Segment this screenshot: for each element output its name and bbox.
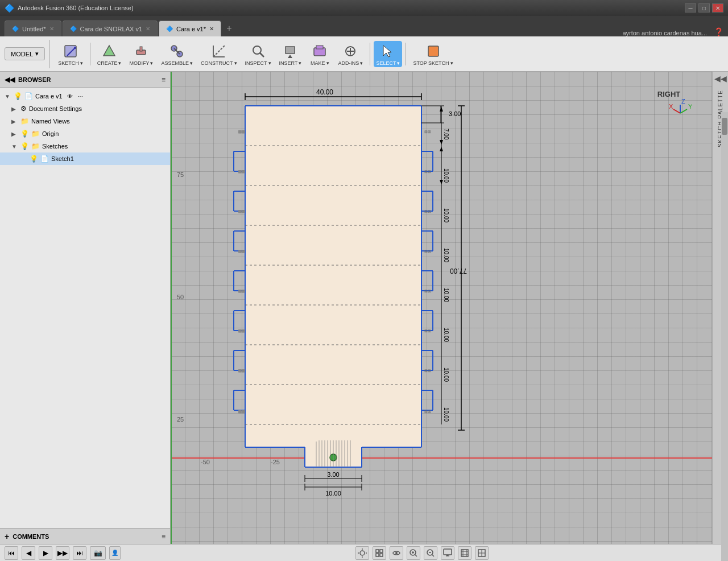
create-tool[interactable]: CREATE▾ — [94, 41, 125, 67]
nav-play-button[interactable]: ▶ — [39, 546, 52, 560]
svg-rect-5 — [140, 47, 142, 51]
svg-line-163 — [673, 109, 680, 113]
svg-text:⊠⊠: ⊠⊠ — [424, 410, 431, 414]
svg-rect-173 — [380, 554, 383, 556]
svg-rect-22 — [428, 46, 439, 56]
scrollbar-thumb[interactable] — [722, 118, 727, 135]
add-ins-tool[interactable]: ADD-INS▾ — [334, 41, 366, 67]
tab-close-untitled[interactable]: ✕ — [49, 26, 54, 32]
modify-label: MODIFY▾ — [129, 60, 153, 66]
svg-marker-3 — [104, 46, 115, 56]
assemble-tool[interactable]: ASSEMBLE▾ — [158, 41, 196, 67]
sidebar-expand-icon[interactable]: ≡ — [162, 76, 166, 84]
palette-collapse-button[interactable]: ◀◀ — [714, 72, 727, 85]
svg-line-181 — [432, 554, 435, 556]
nav-next-button[interactable]: ▶▶ — [56, 546, 69, 560]
svg-text:3.00: 3.00 — [449, 110, 461, 117]
comments-expand-icon[interactable]: ≡ — [162, 533, 166, 541]
svg-marker-117 — [440, 147, 443, 151]
close-button[interactable]: ✕ — [712, 3, 723, 13]
sketch-tool[interactable]: SKETCH▾ — [55, 41, 86, 67]
titlebar: 🔷 Autodesk Fusion 360 (Education License… — [0, 0, 728, 16]
nav-prev-button[interactable]: ◀ — [22, 546, 35, 560]
viewcube-label: RIGHT — [657, 90, 681, 98]
model-button[interactable]: MODEL ▾ — [5, 47, 45, 60]
tab-untitled[interactable]: 🔷 Untitled* ✕ — [5, 20, 61, 36]
zoom-out-button[interactable] — [424, 546, 437, 560]
tree-item-named-views[interactable]: ▶ 📁 Named Views — [0, 115, 170, 127]
toolbar-sep3 — [370, 43, 370, 65]
maximize-button[interactable]: □ — [698, 3, 710, 13]
orbit-button[interactable] — [390, 546, 403, 560]
grid-snap-button[interactable] — [373, 546, 386, 560]
viewcube[interactable]: RIGHT Z Y X — [646, 76, 692, 122]
tree-item-sketch1[interactable]: 💡 📄 Sketch1 — [0, 152, 170, 165]
svg-text:⊞⊞: ⊞⊞ — [238, 369, 245, 373]
add-comment-icon[interactable]: + — [5, 532, 9, 541]
construct-tool[interactable]: CONSTRUCT▾ — [197, 41, 241, 67]
sketch-label: SKETCH▾ — [58, 60, 83, 66]
tab-cara-snorlax[interactable]: 🔷 Cara de SNORLAX v1 ✕ — [63, 20, 158, 36]
inspect-tool[interactable]: INSPECT▾ — [242, 41, 275, 67]
grid-display-button[interactable] — [458, 546, 471, 560]
svg-line-9 — [213, 46, 225, 57]
svg-text:-25: -25 — [271, 459, 280, 465]
zoom-in-button[interactable] — [407, 546, 420, 560]
svg-text:⊠⊠: ⊠⊠ — [424, 369, 431, 373]
svg-marker-113 — [440, 107, 443, 112]
camera-button[interactable]: 📷 — [90, 546, 106, 560]
svg-point-12 — [253, 46, 261, 54]
new-tab-button[interactable]: + — [222, 20, 236, 36]
svg-text:⊠⊠: ⊠⊠ — [424, 249, 431, 253]
snap-button[interactable] — [355, 546, 369, 560]
tree-item-origin[interactable]: ▶ 💡 📁 Origin — [0, 127, 170, 140]
svg-text:Z: Z — [681, 98, 685, 105]
tree-item-sketches[interactable]: ▼ 💡 📁 Sketches — [0, 140, 170, 152]
construct-icon — [210, 42, 228, 60]
create-icon — [100, 42, 118, 60]
origin-label: Origin — [42, 130, 59, 137]
make-tool[interactable]: MAKE▾ — [306, 41, 333, 67]
select-tool[interactable]: SELECT▾ — [374, 41, 402, 67]
toolbar-sep2 — [90, 43, 90, 65]
view-options-button[interactable] — [475, 546, 489, 560]
svg-text:10.00: 10.00 — [443, 208, 449, 222]
svg-text:Y: Y — [688, 103, 692, 110]
main-content: ◀◀ BROWSER ≡ ▼ 💡 📄 Cara e v1 👁 ⋯ ▶ ⚙ Doc… — [0, 72, 728, 544]
stop-sketch-tool[interactable]: STOP SKETCH▾ — [410, 41, 456, 67]
insert-icon — [281, 42, 299, 60]
tab-icon3: 🔷 — [166, 26, 173, 32]
tree-item-doc-settings[interactable]: ▶ ⚙ Document Settings — [0, 102, 170, 115]
tree-item-root[interactable]: ▼ 💡 📄 Cara e v1 👁 ⋯ — [0, 90, 170, 102]
eye-icon-sketches: 💡 — [20, 142, 29, 150]
eye-icon-origin: 💡 — [20, 130, 29, 138]
tab-close-snorlax[interactable]: ✕ — [146, 26, 150, 32]
make-icon — [311, 42, 329, 60]
folder-icon-root: 📄 — [24, 92, 33, 100]
svg-line-177 — [415, 554, 417, 556]
nav-first-button[interactable]: ⏮ — [5, 546, 18, 560]
minimize-button[interactable]: ─ — [685, 3, 696, 13]
tab-close-cara-v1[interactable]: ✕ — [209, 26, 214, 32]
insert-tool[interactable]: INSERT▾ — [276, 41, 305, 67]
sketch-palette-panel: ◀◀ SKETCH PALETTE — [712, 72, 728, 544]
tree-arrow-doc: ▶ — [11, 106, 18, 112]
nav-last-button[interactable]: ⏭ — [73, 546, 86, 560]
sketch-icon — [61, 42, 80, 60]
tree-arrow-sketches: ▼ — [11, 143, 18, 150]
canvas-area[interactable]: ⊞⊞ ⊞⊞ ⊞⊞ ⊞⊞ ⊞⊞ ⊞⊞ ⊞⊞ ⊞⊞ ⊠⊠ ⊠⊠ ⊠⊠ ⊠⊠ ⊠⊠ ⊠… — [171, 72, 712, 544]
svg-text:77.00: 77.00 — [450, 267, 467, 275]
doc-settings-label: Document Settings — [29, 105, 82, 112]
collapse-arrow-icon: ◀◀ — [714, 74, 727, 83]
modify-tool[interactable]: MODIFY▾ — [126, 41, 156, 67]
titlebar-controls: ─ □ ✕ — [685, 3, 723, 13]
display-settings-button[interactable] — [441, 546, 454, 560]
sidebar-collapse-icon[interactable]: ◀◀ — [5, 76, 15, 84]
sidebar-tree: ▼ 💡 📄 Cara e v1 👁 ⋯ ▶ ⚙ Document Setting… — [0, 88, 170, 528]
tab-icon2: 🔷 — [70, 26, 77, 32]
app-icon: 🔷 — [5, 3, 14, 13]
tab-cara-v1[interactable]: 🔷 Cara e v1* ✕ — [159, 20, 221, 36]
svg-text:⊞⊞: ⊞⊞ — [238, 329, 245, 333]
svg-text:25: 25 — [177, 416, 184, 423]
help-icon[interactable]: ❓ — [714, 27, 723, 36]
